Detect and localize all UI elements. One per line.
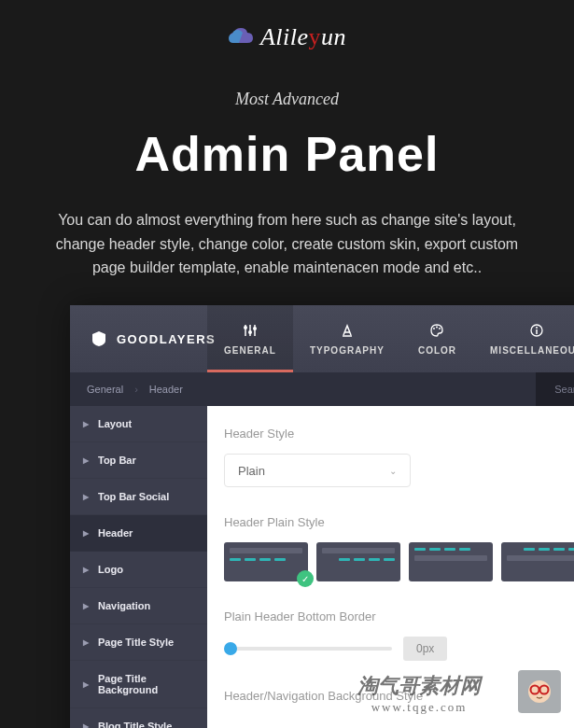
field-label: Header Style [224,427,574,441]
logo-area: Alileyun [0,0,574,62]
breadcrumb-root[interactable]: General [87,384,123,395]
breadcrumb: General › Header [70,384,536,395]
logo-text: Alileyun [260,23,346,51]
caret-right-icon: ▶ [83,680,89,689]
cloud-icon [228,26,256,49]
svg-point-5 [436,326,438,328]
sidebar-item-label: Page Title Style [98,637,174,648]
caret-right-icon: ▶ [83,602,89,610]
tab-label: MISCELLANEOUS [490,345,574,356]
sidebar-item-label: Page Title Background [98,673,194,695]
panel-sidebar: ▶Layout ▶Top Bar ▶Top Bar Social ▶Header… [70,406,207,728]
search-options[interactable]: Search Options [536,372,574,406]
admin-panel: GOODLAYERS GENERAL TYPOGRAPHY COLOR MISC… [70,305,574,728]
sidebar-item-label: Header [98,527,133,539]
tab-label: COLOR [418,345,456,356]
style-options: ✓ [224,542,574,581]
sidebar-item-logo[interactable]: ▶Logo [70,552,207,588]
field-bottom-border: Plain Header Bottom Border 0px [224,609,574,661]
tab-general[interactable]: GENERAL [207,305,293,372]
sidebar-item-top-bar[interactable]: ▶Top Bar [70,442,207,479]
sidebar-item-layout[interactable]: ▶Layout [70,406,207,442]
caret-right-icon: ▶ [83,566,89,574]
caret-right-icon: ▶ [83,529,89,538]
chevron-right-icon: › [134,384,138,395]
field-label: Plain Header Bottom Border [224,609,574,623]
glasses-face-icon [525,678,553,706]
sidebar-item-label: Blog Title Style [98,721,172,728]
chevron-down-icon: ⌄ [389,466,397,476]
sidebar-item-navigation[interactable]: ▶Navigation [70,588,207,624]
sidebar-item-label: Top Bar Social [98,491,169,502]
check-icon: ✓ [297,570,314,587]
brand-label: GOODLAYERS [117,332,216,346]
sidebar-item-header[interactable]: ▶Header [70,515,207,552]
field-header-plain-style: Header Plain Style ✓ [224,515,574,581]
style-option-2[interactable] [316,542,400,581]
slider-thumb[interactable] [224,642,237,655]
sidebar-item-label: Layout [98,418,132,429]
svg-point-8 [536,327,538,329]
brand-icon [91,330,107,347]
caret-right-icon: ▶ [83,638,89,647]
border-slider[interactable] [224,647,392,651]
svg-point-2 [253,327,257,330]
caret-right-icon: ▶ [83,493,89,501]
sidebar-item-top-bar-social[interactable]: ▶Top Bar Social [70,479,207,515]
svg-point-0 [244,326,247,329]
site-logo: Alileyun [228,23,346,51]
tab-color[interactable]: COLOR [401,305,473,372]
slider-value: 0px [403,637,447,661]
tab-miscellaneous[interactable]: MISCELLANEOUS [473,305,574,372]
font-icon [340,323,355,338]
sidebar-item-blog-title-style[interactable]: ▶Blog Title Style [70,708,207,728]
header-style-select[interactable]: Plain ⌄ [224,454,411,487]
style-option-1[interactable]: ✓ [224,542,308,581]
select-value: Plain [238,464,265,478]
sidebar-item-page-title-background[interactable]: ▶Page Title Background [70,661,207,708]
hero-description: You can do almost everything from here s… [45,208,529,280]
tab-typography[interactable]: TYPOGRAPHY [293,305,401,372]
caret-right-icon: ▶ [83,420,89,428]
panel-tabs: GENERAL TYPOGRAPHY COLOR MISCELLANEOUS [207,305,574,372]
sidebar-item-page-title-style[interactable]: ▶Page Title Style [70,624,207,661]
caret-right-icon: ▶ [83,722,89,729]
hero-subtitle: Most Advanced [0,90,574,109]
sidebar-item-label: Navigation [98,600,150,611]
breadcrumb-row: General › Header Search Options [70,372,574,406]
svg-point-6 [439,328,441,329]
svg-point-1 [248,330,252,334]
search-placeholder: Search Options [554,384,574,395]
panel-body: ▶Layout ▶Top Bar ▶Top Bar Social ▶Header… [70,406,574,728]
info-icon [529,323,544,338]
tab-label: TYPOGRAPHY [310,345,385,356]
style-option-3[interactable] [409,542,493,581]
panel-topbar: GOODLAYERS GENERAL TYPOGRAPHY COLOR MISC… [70,305,574,372]
style-option-4[interactable] [501,542,574,581]
border-slider-row: 0px [224,637,574,661]
field-header-style: Header Style Plain ⌄ [224,427,574,487]
tab-label: GENERAL [224,345,276,356]
panel-brand: GOODLAYERS [70,305,207,372]
assistant-avatar[interactable] [518,670,561,713]
breadcrumb-current: Header [149,384,183,395]
field-label: Header Plain Style [224,515,574,529]
sidebar-item-label: Logo [98,564,123,575]
caret-right-icon: ▶ [83,456,89,465]
svg-point-4 [433,328,435,329]
sliders-icon [243,323,258,338]
hero-title: Admin Panel [0,126,574,182]
palette-icon [429,323,444,338]
sidebar-item-label: Top Bar [98,455,136,466]
